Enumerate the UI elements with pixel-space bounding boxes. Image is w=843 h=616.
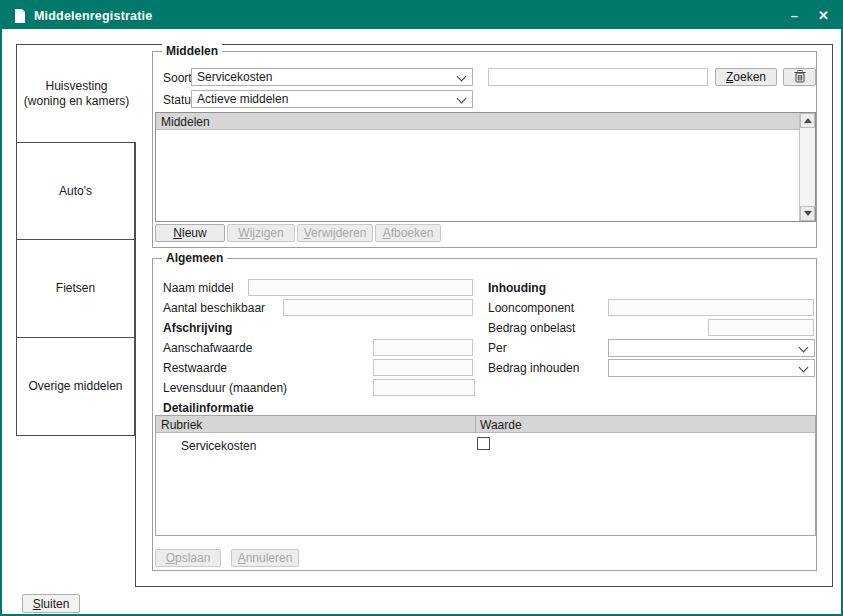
afschrijving-header: Afschrijving	[163, 321, 232, 335]
column-divider	[475, 416, 476, 433]
soort-dropdown-value: Servicekosten	[197, 70, 272, 84]
detailinformatie-table-header: Rubriek Waarde	[156, 416, 815, 433]
status-dropdown[interactable]: Actieve middelen	[191, 90, 473, 108]
chevron-down-icon	[799, 343, 809, 353]
main-panel: Middelen Soort Servicekosten Zoeken	[135, 44, 833, 587]
wijzigen-button: Wijzigen	[227, 224, 295, 242]
naam-middel-input[interactable]	[248, 279, 473, 296]
bedrag-inhouden-dropdown[interactable]	[608, 359, 815, 377]
tab-autos-label: Auto's	[59, 184, 92, 199]
afboeken-button: Afboeken	[375, 224, 441, 242]
tab-overige-middelen-label: Overige middelen	[28, 379, 122, 394]
per-dropdown[interactable]	[608, 339, 815, 357]
levensduur-label: Levensduur (maanden)	[163, 381, 287, 395]
status-dropdown-value: Actieve middelen	[197, 92, 288, 106]
tab-autos[interactable]: Auto's	[16, 142, 135, 240]
middelenregistratie-window: Middelenregistratie – ✕ Huisvesting (won…	[0, 0, 843, 616]
algemeen-groupbox: Algemeen Naam middel Aantal beschikbaar …	[152, 258, 817, 571]
minimize-button[interactable]: –	[791, 9, 798, 22]
tab-huisvesting-label: Huisvesting (woning en kamers)	[24, 79, 129, 109]
sluiten-button[interactable]: Sluiten	[22, 594, 80, 613]
verwijderen-button: Verwijderen	[297, 224, 373, 242]
naam-middel-label: Naam middel	[163, 281, 234, 295]
levensduur-input[interactable]	[373, 379, 475, 396]
detailinformatie-table[interactable]: Rubriek Waarde Servicekosten	[155, 415, 816, 536]
algemeen-group-title: Algemeen	[162, 251, 227, 265]
delete-button[interactable]	[783, 68, 816, 86]
opslaan-button: Opslaan	[155, 549, 221, 567]
restwaarde-label: Restwaarde	[163, 361, 227, 375]
bedrag-inhouden-label: Bedrag inhouden	[488, 361, 579, 375]
middelen-list-header: Middelen	[156, 113, 799, 130]
aantal-beschikbaar-input[interactable]	[283, 299, 473, 316]
waarde-column-header: Waarde	[480, 418, 522, 432]
looncomponent-label: Looncomponent	[488, 301, 574, 315]
inhouding-header: Inhouding	[488, 281, 546, 295]
aanschafwaarde-label: Aanschafwaarde	[163, 341, 252, 355]
middelen-groupbox: Middelen Soort Servicekosten Zoeken	[152, 51, 817, 248]
scroll-up-button[interactable]	[800, 113, 815, 128]
bedrag-onbelast-label: Bedrag onbelast	[488, 321, 575, 335]
middelen-list[interactable]: Middelen	[155, 112, 816, 222]
zoeken-button[interactable]: Zoeken	[715, 68, 777, 86]
aantal-beschikbaar-label: Aantal beschikbaar	[163, 301, 265, 315]
table-row-rubriek: Servicekosten	[181, 439, 256, 453]
soort-label: Soort	[163, 71, 192, 85]
annuleren-button: Annuleren	[231, 549, 299, 567]
tab-fietsen-label: Fietsen	[56, 281, 95, 296]
scrollbar[interactable]	[799, 113, 815, 221]
trash-icon	[794, 70, 806, 84]
titlebar: Middelenregistratie – ✕	[2, 2, 841, 29]
chevron-down-icon	[457, 72, 467, 82]
soort-dropdown[interactable]: Servicekosten	[191, 68, 473, 86]
restwaarde-input[interactable]	[373, 359, 473, 376]
chevron-down-icon	[457, 94, 467, 104]
window-title: Middelenregistratie	[34, 9, 152, 23]
tab-overige-middelen[interactable]: Overige middelen	[16, 337, 135, 436]
aanschafwaarde-input[interactable]	[373, 339, 473, 356]
per-label: Per	[488, 341, 507, 355]
search-input[interactable]	[488, 68, 708, 86]
close-button[interactable]: ✕	[818, 9, 829, 22]
document-icon	[14, 9, 26, 23]
arrow-up-icon	[804, 118, 812, 123]
looncomponent-input[interactable]	[608, 299, 814, 316]
rubriek-column-header: Rubriek	[161, 418, 202, 432]
chevron-down-icon	[799, 363, 809, 373]
scroll-down-button[interactable]	[800, 206, 815, 221]
table-row-waarde-checkbox[interactable]	[477, 437, 490, 450]
tab-huisvesting[interactable]: Huisvesting (woning en kamers)	[16, 44, 136, 143]
arrow-down-icon	[804, 211, 812, 216]
nieuw-button[interactable]: Nieuw	[155, 224, 225, 242]
middelen-group-title: Middelen	[162, 44, 222, 58]
tab-fietsen[interactable]: Fietsen	[16, 239, 135, 338]
detailinformatie-header: Detailinformatie	[163, 401, 254, 415]
bedrag-onbelast-input[interactable]	[708, 319, 814, 336]
